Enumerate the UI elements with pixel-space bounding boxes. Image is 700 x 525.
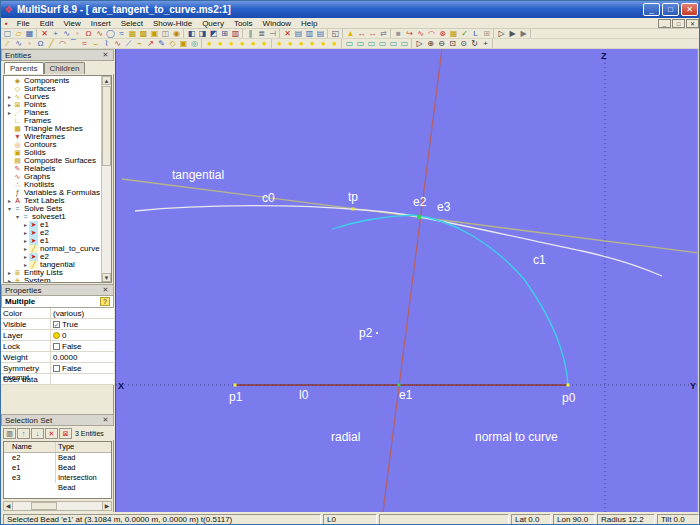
- collapse-icon[interactable]: ▸: [6, 101, 13, 109]
- solid3-icon[interactable]: ▣: [178, 39, 189, 48]
- line2-icon[interactable]: ╱: [46, 39, 57, 48]
- mdi-minimize-button[interactable]: _: [658, 19, 671, 28]
- insert-surface-icon[interactable]: ▦: [127, 29, 138, 38]
- scroll-down-icon[interactable]: ▼: [102, 273, 111, 282]
- clone-icon[interactable]: ▤: [315, 29, 326, 38]
- grid-icon[interactable]: ⊞: [481, 29, 492, 38]
- menu-view[interactable]: View: [59, 18, 86, 29]
- copy-icon[interactable]: ▤: [293, 29, 304, 38]
- collapse-icon[interactable]: ▸: [6, 109, 13, 117]
- collapse-icon[interactable]: ▸: [22, 237, 29, 245]
- surface3-icon[interactable]: ◇: [167, 39, 178, 48]
- tree-item-system[interactable]: ▸✳System: [4, 277, 100, 283]
- property-value[interactable]: (various): [51, 308, 114, 318]
- check-model-icon[interactable]: ✓: [459, 29, 470, 38]
- properties-panel-header[interactable]: Properties ✕: [1, 284, 114, 296]
- help-icon[interactable]: ?: [100, 297, 110, 306]
- tile-horizontal-icon[interactable]: ∥: [245, 29, 256, 38]
- point2-icon[interactable]: ⁄: [2, 39, 13, 48]
- collapse-icon[interactable]: ▸: [22, 253, 29, 261]
- cut-icon[interactable]: ✕: [282, 29, 293, 38]
- snake3-icon[interactable]: ∿: [112, 39, 123, 48]
- remove-all-button[interactable]: ⊠: [59, 428, 72, 439]
- scrollbar-thumb[interactable]: [102, 86, 111, 166]
- show-selected-icon[interactable]: ●: [215, 39, 226, 48]
- selection-table-header[interactable]: Name Type: [4, 442, 111, 453]
- selection-close-icon[interactable]: ✕: [101, 416, 110, 424]
- model-view-canvas[interactable]: tangentialc0tpe2e3c1p2p1l0e1p0radialnorm…: [115, 49, 697, 512]
- view-split-v-icon[interactable]: ◩: [208, 29, 219, 38]
- select-add-icon[interactable]: ▶: [507, 29, 518, 38]
- tree-item-surfaces[interactable]: ◇Surfaces: [4, 85, 100, 93]
- point-e1[interactable]: [398, 384, 401, 387]
- restore-button[interactable]: □: [662, 3, 679, 16]
- blend-icon[interactable]: ⊗: [437, 29, 448, 38]
- show-all-icon[interactable]: ●: [204, 39, 215, 48]
- tree-item-relabels[interactable]: ✎Relabels: [4, 165, 100, 173]
- insert-mesh-icon[interactable]: ▩: [138, 29, 149, 38]
- point-p2[interactable]: [376, 332, 378, 334]
- menu-window[interactable]: Window: [258, 18, 296, 29]
- message-window-icon[interactable]: ◱: [330, 29, 341, 38]
- move-up-button[interactable]: ↑: [17, 428, 30, 439]
- property-value[interactable]: 0: [51, 330, 114, 340]
- selection-row[interactable]: e2Bead: [4, 453, 111, 463]
- save-view-icon[interactable]: ▭: [366, 39, 377, 48]
- geodesic-icon[interactable]: ⟋: [123, 39, 134, 48]
- save-file-icon[interactable]: ▦: [24, 29, 35, 38]
- insert-solid-icon[interactable]: ▣: [149, 29, 160, 38]
- insert-bead-icon[interactable]: ∿: [61, 29, 72, 38]
- insert-curve-icon[interactable]: ∿: [94, 29, 105, 38]
- magnet2-icon[interactable]: Ω: [35, 39, 46, 48]
- tab-parents[interactable]: Parents: [4, 62, 44, 74]
- delete-icon[interactable]: ✕: [39, 29, 50, 38]
- mdi-restore-button[interactable]: □: [672, 19, 685, 28]
- collapse-icon[interactable]: ▸: [22, 245, 29, 253]
- proj-curve-icon[interactable]: ↗: [145, 39, 156, 48]
- point-tp[interactable]: [352, 208, 355, 211]
- bcurve-icon[interactable]: ⌒: [68, 39, 79, 48]
- tree-item-solveset1[interactable]: ▾=solveset1: [4, 213, 100, 221]
- tree-item-planes[interactable]: ▸⋰Planes: [4, 109, 100, 117]
- mdi-close-button[interactable]: ✕: [686, 19, 699, 28]
- checkbox-icon[interactable]: ✓: [53, 321, 60, 328]
- selection-row[interactable]: e1Bead: [4, 463, 111, 473]
- paste-view-icon[interactable]: ▭: [355, 39, 366, 48]
- menu-show-hide[interactable]: Show-Hide: [148, 18, 197, 29]
- menu-edit[interactable]: Edit: [35, 18, 59, 29]
- swap-icon[interactable]: ⇄: [378, 29, 389, 38]
- paste-icon[interactable]: ▥: [304, 29, 315, 38]
- columns-button[interactable]: ▥: [3, 428, 16, 439]
- collapse-icon[interactable]: ▸: [22, 221, 29, 229]
- checkbox-icon[interactable]: [53, 343, 60, 350]
- entities-close-icon[interactable]: ✕: [101, 51, 110, 59]
- select-pointer-icon[interactable]: ▷: [496, 29, 507, 38]
- tree-item-normal-to-curve[interactable]: ▸╱normal_to_curve: [4, 245, 100, 253]
- column-type[interactable]: Type: [56, 442, 111, 452]
- show-surfaces-icon[interactable]: ●: [259, 39, 270, 48]
- selection-row[interactable]: e3Intersection Bead: [4, 473, 111, 483]
- insert-sphere-icon[interactable]: ◉: [171, 29, 182, 38]
- point-e2-e3[interactable]: [417, 215, 421, 219]
- hide-all-icon[interactable]: ●: [274, 39, 285, 48]
- property-value[interactable]: ✓True: [51, 319, 114, 329]
- property-value[interactable]: 0.0000: [51, 352, 114, 362]
- pointer-mode-icon[interactable]: ▷: [414, 39, 425, 48]
- hide-curves-icon[interactable]: ●: [296, 39, 307, 48]
- expand-icon[interactable]: ▾: [6, 205, 13, 213]
- pan-view-icon[interactable]: +: [480, 39, 491, 48]
- view-split-h-icon[interactable]: ◨: [197, 29, 208, 38]
- point-p1[interactable]: [234, 384, 237, 387]
- expand-icon[interactable]: ▾: [14, 213, 21, 221]
- export-view-icon[interactable]: ▭: [399, 39, 410, 48]
- toggle-visibility-icon[interactable]: ●: [318, 39, 329, 48]
- insert-snake-icon[interactable]: ≈: [116, 29, 127, 38]
- insert-ring-icon[interactable]: ◦: [72, 29, 83, 38]
- document-icon[interactable]: ▪: [1, 19, 12, 28]
- tile-vertical-icon[interactable]: ≣: [256, 29, 267, 38]
- show-curves-icon[interactable]: ●: [248, 39, 259, 48]
- remove-button[interactable]: ✕: [45, 428, 58, 439]
- move-down-button[interactable]: ↓: [31, 428, 44, 439]
- insert-magnet-icon[interactable]: Ω: [83, 29, 94, 38]
- zoom-window-icon[interactable]: ⊡: [447, 39, 458, 48]
